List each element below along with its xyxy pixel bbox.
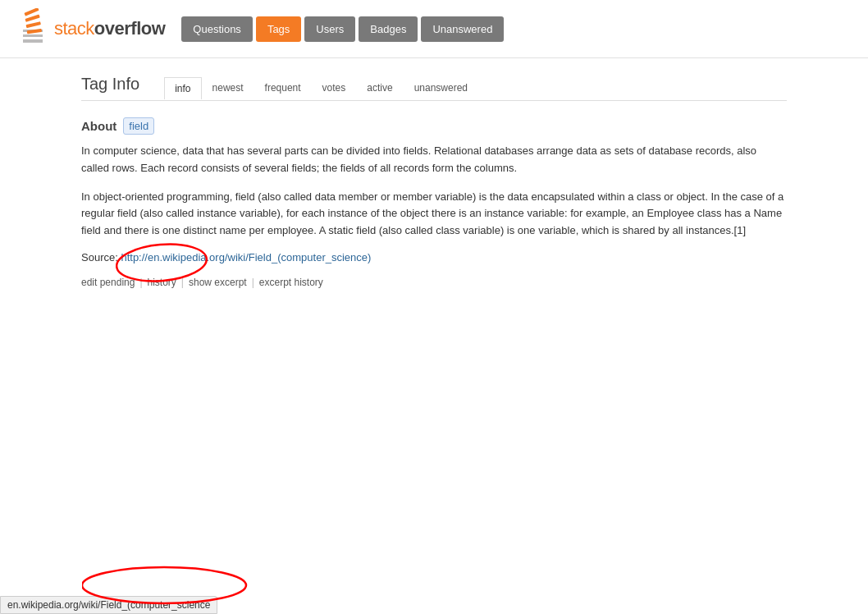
- logo: stackoverflow: [16, 8, 165, 49]
- source-label: Source:: [81, 251, 118, 263]
- navbar: stackoverflow Questions Tags Users Badge…: [0, 0, 868, 58]
- nav-users[interactable]: Users: [304, 16, 355, 42]
- nav-tags[interactable]: Tags: [256, 16, 301, 42]
- svg-rect-1: [23, 34, 43, 37]
- tab-info[interactable]: info: [164, 77, 201, 99]
- excerpt-history-link[interactable]: excerpt history: [254, 277, 328, 288]
- source-link[interactable]: http://en.wikipedia.org/wiki/Field_(comp…: [121, 251, 371, 263]
- tab-newest[interactable]: newest: [202, 76, 254, 99]
- source-link-wrapper: http://en.wikipedia.org/wiki/Field_(comp…: [121, 251, 371, 263]
- logo-icon: [16, 8, 49, 49]
- about-section: About field In computer science, data th…: [81, 117, 787, 288]
- show-excerpt-link[interactable]: show excerpt: [184, 277, 252, 288]
- svg-rect-4: [25, 15, 39, 22]
- tab-unanswered[interactable]: unanswered: [404, 76, 478, 99]
- edit-pending-link[interactable]: edit pending: [81, 277, 139, 288]
- tag-info-header: Tag Info info newest frequent votes acti…: [81, 75, 787, 101]
- tab-frequent[interactable]: frequent: [254, 76, 312, 99]
- tab-votes[interactable]: votes: [312, 76, 357, 99]
- svg-rect-6: [27, 29, 42, 34]
- svg-rect-0: [23, 39, 43, 43]
- history-link[interactable]: history: [143, 277, 181, 288]
- svg-rect-5: [26, 21, 41, 28]
- tab-active[interactable]: active: [356, 76, 403, 99]
- about-label: About: [81, 119, 116, 133]
- logo-text: stackoverflow: [54, 18, 165, 39]
- nav-unanswered[interactable]: Unanswered: [421, 16, 504, 42]
- page-title: Tag Info: [81, 75, 139, 100]
- svg-rect-3: [24, 8, 39, 16]
- main-content: Tag Info info newest frequent votes acti…: [65, 75, 803, 288]
- action-links: edit pending | history | show excerpt | …: [81, 277, 787, 288]
- nav-badges[interactable]: Badges: [359, 16, 418, 42]
- paragraph-1: In computer science, data that has sever…: [81, 143, 787, 177]
- source-line: Source: http://en.wikipedia.org/wiki/Fie…: [81, 251, 787, 263]
- tag-tabs: info newest frequent votes active unansw…: [164, 76, 787, 99]
- tag-badge: field: [123, 117, 154, 135]
- about-heading: About field: [81, 117, 787, 135]
- nav-questions[interactable]: Questions: [181, 16, 253, 42]
- paragraph-2: In object-oriented programming, field (a…: [81, 189, 787, 240]
